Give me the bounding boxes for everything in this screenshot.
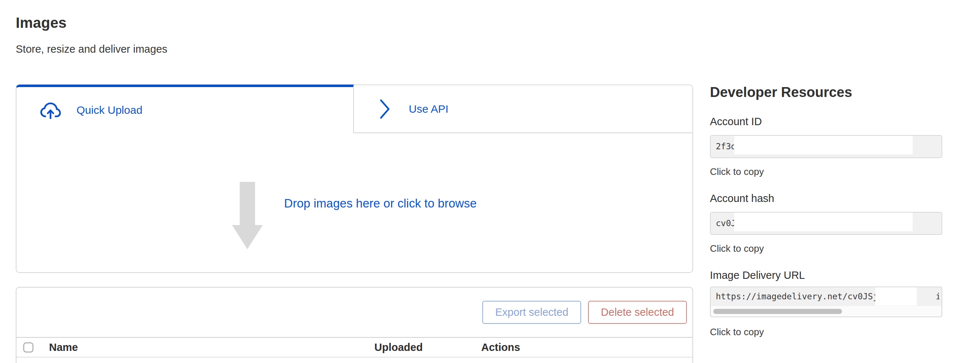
redaction-overlay — [875, 287, 917, 306]
account-hash-copy-hint: Click to copy — [710, 243, 942, 254]
tab-bar: Quick Upload Use API — [16, 84, 693, 133]
list-toolbar: Export selected Delete selected — [16, 288, 692, 337]
image-list-panel: Export selected Delete selected Name Upl… — [16, 287, 693, 363]
column-header-actions: Actions — [481, 341, 692, 353]
main-column: Images Store, resize and deliver images … — [16, 14, 693, 363]
column-header-name: Name — [49, 341, 374, 353]
account-hash-value: cv0J — [716, 213, 736, 234]
image-delivery-url-label: Image Delivery URL — [710, 269, 942, 282]
developer-resources-panel: Developer Resources Account ID 2f3d Clic… — [710, 84, 942, 338]
account-id-copy-hint: Click to copy — [710, 166, 942, 177]
account-id-field[interactable]: 2f3d — [710, 135, 942, 158]
column-header-uploaded: Uploaded — [374, 341, 481, 353]
tab-quick-upload-label: Quick Upload — [76, 104, 142, 116]
image-delivery-url-value: https://imagedelivery.net/cv0JSj — [716, 287, 878, 306]
drop-arrow-icon — [232, 182, 263, 249]
dropzone-label: Drop images here or click to browse — [284, 196, 476, 234]
redacted-value-fragment: i — [936, 287, 939, 306]
upload-card: Quick Upload Use API Drop images here — [16, 84, 693, 273]
select-all-checkbox[interactable] — [24, 342, 33, 352]
redaction-overlay — [734, 213, 913, 231]
page-subtitle: Store, resize and deliver images — [16, 43, 693, 56]
tab-quick-upload[interactable]: Quick Upload — [16, 84, 354, 133]
images-page: Images Store, resize and deliver images … — [0, 0, 980, 363]
image-delivery-url-copy-hint: Click to copy — [710, 326, 942, 338]
redaction-overlay — [734, 136, 913, 154]
dropzone[interactable]: Drop images here or click to browse — [16, 133, 693, 273]
horizontal-scrollbar — [711, 306, 941, 317]
table-header-row: Name Uploaded Actions — [16, 338, 692, 358]
scrollbar-thumb[interactable] — [713, 309, 842, 314]
sidebar-title: Developer Resources — [710, 84, 942, 100]
chevron-right-icon — [380, 99, 390, 119]
cloud-upload-icon — [40, 102, 61, 119]
account-id-label: Account ID — [710, 115, 942, 128]
account-id-value: 2f3d — [716, 136, 736, 158]
tab-use-api[interactable]: Use API — [354, 84, 693, 133]
account-hash-label: Account hash — [710, 192, 942, 205]
page-title: Images — [16, 14, 693, 32]
image-delivery-url-field[interactable]: https://imagedelivery.net/cv0JSj i — [710, 287, 942, 317]
account-hash-field[interactable]: cv0J — [710, 212, 942, 235]
delete-selected-button[interactable]: Delete selected — [588, 301, 687, 324]
tab-use-api-label: Use API — [409, 103, 448, 115]
export-selected-button[interactable]: Export selected — [482, 301, 581, 324]
